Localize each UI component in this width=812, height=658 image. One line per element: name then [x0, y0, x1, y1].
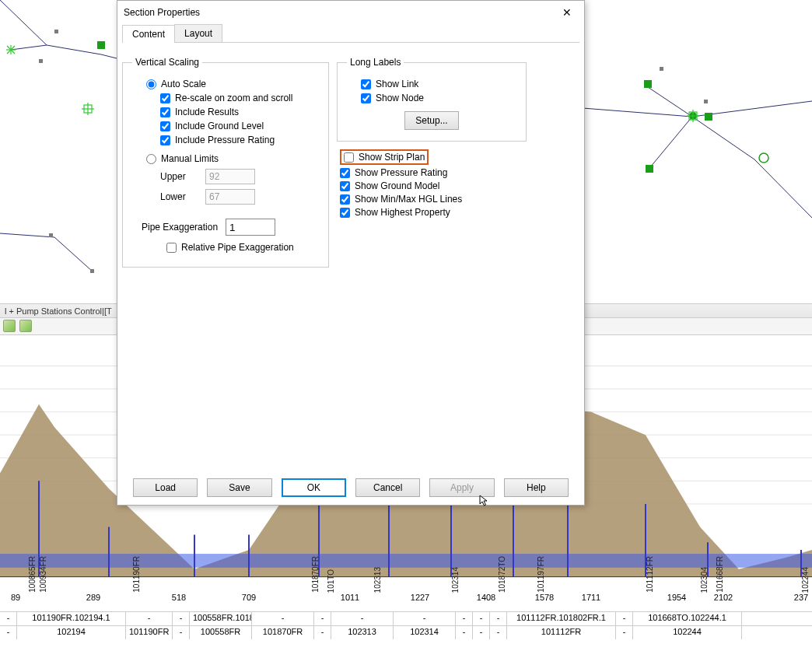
long-labels-group: Long Labels Show Link Show Node Setup...	[337, 57, 527, 142]
node-label: 101197FR	[537, 556, 545, 593]
footer-cell: 102314	[394, 626, 456, 639]
include-results-label: Include Results	[175, 107, 239, 117]
show-minmax-hgl-label: Show Min/Max HGL Lines	[355, 194, 462, 205]
footer-cell: -	[173, 612, 190, 625]
footer-cell: -	[473, 612, 490, 625]
toolbar-icon-2[interactable]	[19, 320, 32, 332]
vertical-scaling-legend: Vertical Scaling	[132, 57, 202, 68]
node-label: 101668FR	[716, 556, 724, 593]
relative-pipe-exag-checkbox[interactable]	[166, 243, 177, 253]
load-button[interactable]: Load	[133, 478, 198, 497]
include-ground-label: Include Ground Level	[175, 121, 264, 131]
node-label: 101872TO	[498, 556, 506, 593]
setup-button[interactable]: Setup...	[404, 111, 459, 130]
chainage-tick: 1408	[477, 593, 495, 602]
auto-scale-radio[interactable]	[146, 79, 156, 89]
close-icon[interactable]: ✕	[556, 4, 578, 21]
node-label: 101TO	[327, 569, 335, 593]
chainage-tick: 237	[794, 593, 808, 602]
rescale-checkbox[interactable]	[160, 93, 170, 103]
svg-rect-11	[90, 269, 94, 273]
footer-cell: 102244	[633, 626, 742, 639]
dialog-title: Section Properties	[124, 7, 556, 18]
dialog-tabstrip: Content Layout	[122, 24, 579, 43]
upper-input[interactable]	[205, 169, 255, 184]
cancel-button[interactable]: Cancel	[355, 478, 420, 497]
footer-cell: 101190FR	[126, 626, 173, 639]
show-link-label: Show Link	[376, 79, 418, 89]
include-pressure-checkbox[interactable]	[160, 135, 170, 145]
footer-cell: -	[126, 612, 173, 625]
footer-cell: -	[0, 626, 17, 639]
svg-rect-3	[646, 165, 653, 173]
show-highest-property-checkbox[interactable]	[340, 208, 350, 218]
chainage-tick: 518	[172, 593, 186, 602]
section-properties-dialog: Section Properties ✕ Content Layout Vert…	[117, 0, 585, 506]
vertical-scaling-group: Vertical Scaling Auto Scale Re-scale on …	[122, 57, 329, 268]
node-labels-row: 100865FR100934FR101190FR101870FR101TO102…	[0, 554, 812, 593]
node-label: 102314	[451, 567, 460, 593]
footer-cell: 101668TO.102244.1	[633, 612, 742, 625]
footer-row-2: -102194101190FR-100558FR101870FR-1023131…	[0, 625, 812, 639]
node-label: 100865FR	[28, 556, 37, 593]
node-label: 102313	[373, 567, 382, 593]
footer-cell: 100558FR	[190, 626, 252, 639]
chainage-tick: 89	[11, 593, 20, 602]
show-strip-plan-highlight: Show Strip Plan	[340, 149, 429, 165]
chainage-tick: 289	[86, 593, 100, 602]
footer-cell: -	[394, 612, 456, 625]
svg-rect-8	[704, 100, 708, 103]
footer-cell: -	[314, 612, 331, 625]
footer-cell: -	[456, 626, 473, 639]
footer-cell: -	[314, 626, 331, 639]
svg-rect-9	[660, 67, 663, 71]
apply-button[interactable]: Apply	[429, 478, 494, 497]
show-pressure-rating-checkbox[interactable]	[340, 168, 350, 178]
help-button[interactable]: Help	[504, 478, 569, 497]
show-pressure-rating-label: Show Pressure Rating	[355, 167, 447, 178]
auto-scale-label: Auto Scale	[161, 79, 206, 89]
tab-layout[interactable]: Layout	[174, 24, 222, 42]
node-label: 101870FR	[311, 556, 320, 593]
footer-cell: 101870FR	[252, 626, 314, 639]
footer-cell: 101112FR	[507, 626, 616, 639]
chainage-tick: 709	[242, 593, 256, 602]
footer-cell: -	[490, 626, 507, 639]
footer-cell: -	[173, 626, 190, 639]
save-button[interactable]: Save	[207, 478, 271, 497]
show-highest-property-label: Show Highest Property	[355, 207, 450, 218]
footer-cell: -	[490, 612, 507, 625]
show-node-checkbox[interactable]	[361, 93, 371, 103]
show-link-checkbox[interactable]	[361, 79, 371, 89]
node-label: 101190FR	[132, 556, 141, 593]
show-node-label: Show Node	[376, 93, 424, 103]
include-pressure-label: Include Pressure Rating	[175, 135, 275, 145]
include-results-checkbox[interactable]	[160, 107, 170, 117]
ok-button[interactable]: OK	[282, 478, 346, 497]
svg-rect-0	[97, 41, 105, 49]
show-ground-model-checkbox[interactable]	[340, 181, 350, 191]
toolbar-icon-1[interactable]	[3, 320, 16, 332]
tab-content[interactable]: Content	[122, 25, 175, 43]
svg-rect-2	[705, 113, 712, 121]
footer-cell: -	[616, 612, 633, 625]
node-label: 100934FR	[39, 556, 47, 593]
manual-limits-label: Manual Limits	[161, 153, 219, 164]
section-footer-table: -101190FR.102194.1--100558FR.101870FR.1-…	[0, 611, 812, 658]
show-strip-plan-label: Show Strip Plan	[359, 152, 425, 163]
lower-input[interactable]	[205, 189, 255, 205]
dialog-titlebar[interactable]: Section Properties ✕	[117, 1, 584, 24]
show-minmax-hgl-checkbox[interactable]	[340, 194, 350, 205]
upper-label: Upper	[160, 171, 198, 182]
pipe-exag-input[interactable]	[226, 219, 275, 236]
svg-point-5	[759, 153, 768, 163]
footer-cell: -	[473, 626, 490, 639]
manual-limits-radio[interactable]	[146, 154, 156, 164]
footer-cell: -	[331, 612, 394, 625]
node-label: 102244	[801, 567, 810, 593]
footer-cell: 100558FR.101870FR.1	[190, 612, 252, 625]
show-strip-plan-checkbox[interactable]	[344, 152, 354, 163]
chainage-tick: 1227	[411, 593, 429, 602]
include-ground-checkbox[interactable]	[160, 121, 170, 131]
chainage-tick: 1954	[667, 593, 686, 602]
